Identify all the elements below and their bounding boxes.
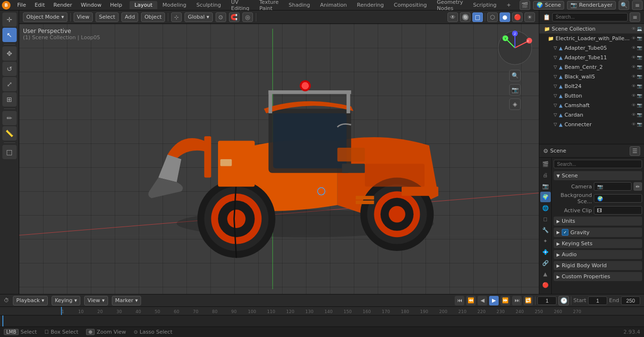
- list-item[interactable]: ▽ ▲ Camshaft 👁 📷: [539, 100, 644, 110]
- eye-icon[interactable]: 👁: [632, 65, 636, 69]
- list-item[interactable]: ▽ ▲ Button 👁 📷: [539, 91, 644, 100]
- eye-icon[interactable]: 👁: [632, 103, 636, 108]
- eye-icon[interactable]: 👁: [632, 26, 636, 31]
- tab-layout[interactable]: Layout: [130, 1, 157, 9]
- eye-icon[interactable]: 👁: [632, 122, 636, 127]
- pivot-icon[interactable]: ⊙: [216, 12, 226, 22]
- tab-animation[interactable]: Animation: [315, 1, 351, 9]
- render-props-tab[interactable]: 🎬: [540, 159, 551, 169]
- viewport[interactable]: User Perspective (1) Scene Collection | …: [19, 24, 539, 294]
- list-item[interactable]: 📁 Electric_Loader_with_Pallet_I 👁 📷: [539, 33, 644, 43]
- end-frame-input[interactable]: [621, 296, 640, 305]
- camera-icon[interactable]: 📷: [637, 36, 642, 41]
- list-item[interactable]: ▽ ▲ Connecter 👁 📷: [539, 120, 644, 129]
- rendered-icon[interactable]: ☀: [524, 12, 535, 22]
- list-item[interactable]: ▽ ▲ Beam_Centr_2 👁 📷: [539, 62, 644, 72]
- tab-shading[interactable]: Shading: [284, 1, 315, 9]
- physics-props-tab[interactable]: 💠: [540, 247, 551, 257]
- outliner-filter-btn[interactable]: ≡: [630, 12, 640, 22]
- gravity-checkbox[interactable]: ✓: [562, 229, 568, 236]
- audio-section[interactable]: ▶ Audio: [554, 250, 642, 259]
- camera-view-btn[interactable]: 📷: [509, 84, 521, 96]
- tab-scripting[interactable]: Scripting: [469, 1, 502, 9]
- eye-icon[interactable]: 👁: [632, 93, 636, 98]
- tab-sculpting[interactable]: Sculpting: [192, 1, 226, 9]
- timeline-ruler[interactable]: 1 10 20 30 40 50 60 70 80 90 100 110 120…: [0, 307, 644, 326]
- output-props-tab[interactable]: 🖨: [540, 170, 551, 180]
- scene-section[interactable]: ▼ Scene: [554, 171, 642, 180]
- next-frame-btn[interactable]: ⏩: [501, 296, 510, 305]
- overlay-icon[interactable]: 🔘: [460, 12, 470, 22]
- material-icon[interactable]: 🔴: [512, 12, 523, 22]
- timeline-tracks[interactable]: [0, 315, 644, 326]
- monitor-icon[interactable]: 💻: [637, 26, 642, 31]
- camera-icon[interactable]: 📷: [637, 84, 642, 88]
- jump-end-btn[interactable]: ⏭: [512, 296, 522, 305]
- blender-logo[interactable]: B: [2, 1, 11, 10]
- list-item[interactable]: ▽ ▲ Adapter_Tube11 👁 📷: [539, 53, 644, 62]
- props-options-btn[interactable]: ☰: [630, 146, 640, 156]
- transform-tool[interactable]: ⊞: [2, 92, 17, 107]
- jump-start-btn[interactable]: ⏮: [455, 296, 464, 305]
- camera-icon[interactable]: 📷: [637, 65, 642, 69]
- camera-icon[interactable]: 📷: [637, 103, 642, 108]
- camera-icon[interactable]: 📷: [637, 74, 642, 79]
- add-menu[interactable]: Add: [121, 12, 138, 22]
- custom-props-section[interactable]: ▶ Custom Properties: [554, 272, 642, 281]
- clock-icon[interactable]: 🕐: [558, 296, 569, 305]
- zoom-in-btn[interactable]: 🔍: [509, 70, 521, 81]
- rigid-body-section[interactable]: ▶ Rigid Body World: [554, 261, 642, 270]
- select-tool[interactable]: ↖: [2, 28, 17, 42]
- prev-frame-btn[interactable]: ⏪: [466, 296, 476, 305]
- constraints-props-tab[interactable]: 🔗: [540, 258, 551, 268]
- keying-dropdown[interactable]: Keying ▾: [52, 296, 80, 305]
- list-item[interactable]: ▽ ▲ Adapter_Tube05 👁 📷: [539, 43, 644, 53]
- camera-icon[interactable]: 📷: [637, 93, 642, 98]
- eye-icon[interactable]: 👁: [632, 45, 636, 50]
- active-clip-value[interactable]: 🎞: [594, 206, 642, 215]
- camera-icon[interactable]: 📷: [637, 55, 642, 60]
- list-item[interactable]: ▽ ▲ Cardan 👁 📷: [539, 110, 644, 120]
- world-props-tab[interactable]: 🌐: [540, 203, 551, 213]
- object-props-tab[interactable]: ◻: [540, 214, 551, 224]
- camera-edit-btn[interactable]: ✏: [633, 182, 642, 191]
- xray-icon[interactable]: □: [472, 12, 483, 22]
- view-dropdown[interactable]: View ▾: [84, 296, 108, 305]
- modifier-props-tab[interactable]: 🔧: [540, 225, 551, 235]
- transform-icon[interactable]: ⊹: [171, 12, 182, 22]
- camera-icon[interactable]: 📷: [637, 45, 642, 50]
- tab-add[interactable]: +: [502, 1, 515, 9]
- add-cube-tool[interactable]: □: [2, 145, 17, 159]
- scene-selector[interactable]: 🌍 Scene: [533, 1, 565, 10]
- list-item[interactable]: 📁 Scene Collection 👁 💻: [539, 24, 644, 33]
- material-props-tab[interactable]: 🔴: [540, 280, 551, 290]
- current-frame-input[interactable]: [537, 296, 557, 305]
- camera-icon[interactable]: 📷: [637, 112, 642, 117]
- play-reverse-btn[interactable]: ◀: [478, 296, 487, 305]
- props-search-input[interactable]: [554, 160, 642, 168]
- tab-modeling[interactable]: Modeling: [158, 1, 191, 9]
- menu-render[interactable]: Render: [50, 1, 76, 9]
- tab-compositing[interactable]: Compositing: [389, 1, 432, 9]
- tab-rendering[interactable]: Rendering: [352, 1, 389, 9]
- snap-icon[interactable]: 🧲: [229, 12, 240, 22]
- units-section[interactable]: ▶ Units: [554, 217, 642, 226]
- eye-icon[interactable]: 👁: [632, 36, 636, 41]
- list-item[interactable]: ▽ ▲ Bolt24 👁 📷: [539, 81, 644, 91]
- measure-tool[interactable]: 📏: [2, 126, 17, 141]
- annotate-tool[interactable]: ✏: [2, 111, 17, 125]
- menu-edit[interactable]: Edit: [31, 1, 48, 9]
- gravity-section[interactable]: ▶ ✓ Gravity: [554, 228, 642, 237]
- scale-tool[interactable]: ⤢: [2, 77, 17, 91]
- engine-icon-btn[interactable]: 🎬: [520, 0, 530, 10]
- solid-icon[interactable]: ●: [500, 12, 510, 22]
- outliner-search-input[interactable]: [552, 13, 628, 22]
- bg-scene-value[interactable]: 🌍: [594, 194, 642, 203]
- play-btn[interactable]: ▶: [489, 296, 499, 305]
- object-menu[interactable]: Object: [141, 12, 165, 22]
- search-top-btn[interactable]: 🔍: [619, 0, 629, 10]
- ortho-persp-btn[interactable]: ◈: [509, 98, 521, 110]
- keying-sets-section[interactable]: ▶ Keying Sets: [554, 239, 642, 248]
- view-menu[interactable]: View: [74, 12, 93, 22]
- loop-btn[interactable]: 🔁: [524, 296, 533, 305]
